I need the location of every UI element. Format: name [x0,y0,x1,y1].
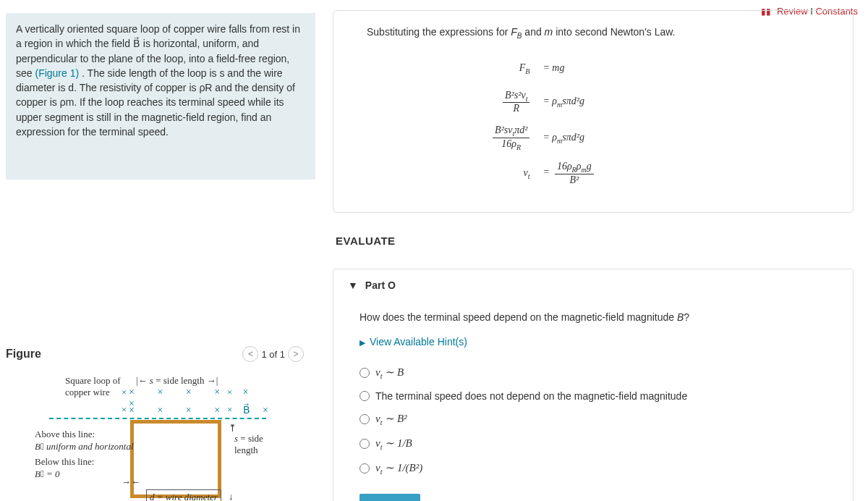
choice-4[interactable]: vt ∼ 1/B [359,431,834,456]
derivation-intro: Substituting the expressions for FB and … [367,21,824,44]
problem-statement: A vertically oriented square loop of cop… [6,13,315,180]
choice-2[interactable]: The terminal speed does not depend on th… [359,385,834,407]
submit-button[interactable]: Submit [359,494,420,501]
choice-5-radio[interactable] [359,463,370,473]
choice-5[interactable]: vt ∼ 1/(B²) [359,456,834,481]
derivation-box: Substituting the expressions for FB and … [333,10,854,213]
choice-2-radio[interactable] [359,391,370,401]
figure-title: Figure [6,348,41,361]
figure-link[interactable]: (Figure 1) [35,67,79,79]
fig-loop-label: Square loop of copper wire [65,375,130,397]
fig-below-line: Below this line: [35,456,94,467]
choice-3[interactable]: vt ∼ B² [359,407,834,431]
question-text: How does the terminal speed depend on th… [359,311,834,323]
choice-3-radio[interactable] [359,414,370,424]
figure-next-button[interactable]: > [288,346,304,362]
fig-b-zero: B⃗ = 0 [35,468,59,479]
choice-1[interactable]: vt ∼ B [359,361,834,385]
part-panel: ▼ Part O How does the terminal speed dep… [333,269,854,501]
fig-above-line: Above this line: [35,429,95,439]
part-header[interactable]: ▼ Part O [333,269,853,301]
fig-b-uniform: B⃗ uniform and horizontal [35,441,134,452]
evaluate-heading: EVALUATE [336,235,854,247]
choice-4-radio[interactable] [359,439,370,449]
view-hints-link[interactable]: View Available Hint(s) [359,336,467,348]
collapse-icon: ▼ [348,279,358,291]
figure-prev-button[interactable]: < [242,346,258,362]
figure-pager-text: 1 of 1 [261,349,285,360]
choice-1-radio[interactable] [359,368,370,378]
fig-d-wire: d = wire diameter [146,489,221,501]
part-label: Part O [365,279,396,291]
